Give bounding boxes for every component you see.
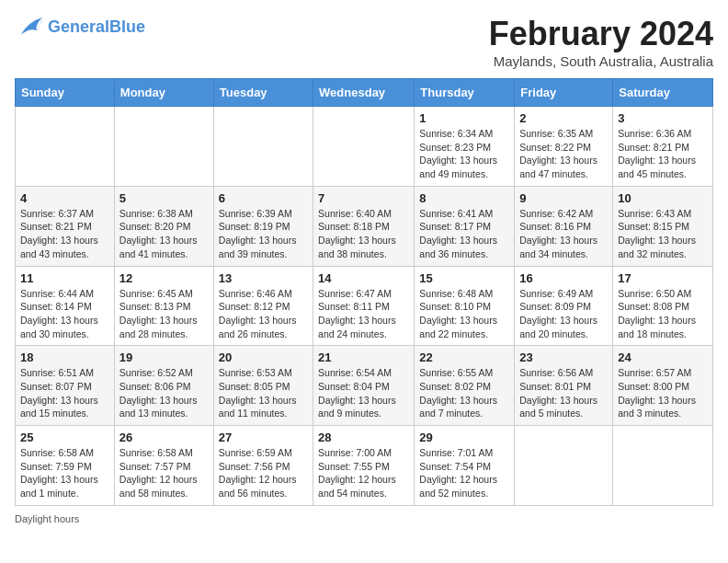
calendar-cell: 17Sunrise: 6:50 AM Sunset: 8:08 PM Dayli… (613, 266, 713, 346)
calendar-cell: 9Sunrise: 6:42 AM Sunset: 8:16 PM Daylig… (515, 186, 613, 266)
calendar-cell: 18Sunrise: 6:51 AM Sunset: 8:07 PM Dayli… (16, 346, 115, 426)
day-number: 11 (20, 271, 109, 285)
calendar-cell: 8Sunrise: 6:41 AM Sunset: 8:17 PM Daylig… (415, 186, 515, 266)
day-info: Sunrise: 6:59 AM Sunset: 7:56 PM Dayligh… (219, 446, 308, 500)
day-number: 28 (318, 431, 409, 444)
calendar-cell (16, 107, 115, 187)
day-number: 23 (519, 350, 608, 364)
page-header: GeneralBlue February 2024 Maylands, Sout… (15, 15, 713, 69)
calendar-cell: 22Sunrise: 6:55 AM Sunset: 8:02 PM Dayli… (415, 346, 515, 426)
day-info: Sunrise: 6:55 AM Sunset: 8:02 PM Dayligh… (419, 366, 509, 420)
day-info: Sunrise: 6:46 AM Sunset: 8:12 PM Dayligh… (219, 287, 308, 341)
calendar-cell: 7Sunrise: 6:40 AM Sunset: 8:18 PM Daylig… (313, 186, 415, 266)
day-number: 24 (618, 350, 708, 364)
calendar-cell: 4Sunrise: 6:37 AM Sunset: 8:21 PM Daylig… (16, 186, 115, 266)
calendar-cell: 2Sunrise: 6:35 AM Sunset: 8:22 PM Daylig… (515, 107, 613, 187)
calendar-cell: 14Sunrise: 6:47 AM Sunset: 8:11 PM Dayli… (313, 266, 415, 346)
calendar-week-1: 1Sunrise: 6:34 AM Sunset: 8:23 PM Daylig… (16, 107, 713, 187)
calendar-cell: 1Sunrise: 6:34 AM Sunset: 8:23 PM Daylig… (415, 107, 515, 187)
calendar-cell: 12Sunrise: 6:45 AM Sunset: 8:13 PM Dayli… (114, 266, 213, 346)
day-info: Sunrise: 6:56 AM Sunset: 8:01 PM Dayligh… (519, 366, 608, 420)
calendar-cell: 16Sunrise: 6:49 AM Sunset: 8:09 PM Dayli… (515, 266, 613, 346)
column-header-saturday: Saturday (613, 79, 713, 107)
day-number: 20 (219, 350, 308, 364)
column-header-monday: Monday (114, 79, 213, 107)
day-info: Sunrise: 6:58 AM Sunset: 7:59 PM Dayligh… (20, 446, 109, 500)
day-info: Sunrise: 6:42 AM Sunset: 8:16 PM Dayligh… (519, 207, 608, 261)
calendar-cell: 23Sunrise: 6:56 AM Sunset: 8:01 PM Dayli… (515, 346, 613, 426)
calendar-cell: 6Sunrise: 6:39 AM Sunset: 8:19 PM Daylig… (213, 186, 313, 266)
calendar-cell: 13Sunrise: 6:46 AM Sunset: 8:12 PM Dayli… (213, 266, 313, 346)
calendar-cell (213, 107, 313, 187)
day-info: Sunrise: 6:34 AM Sunset: 8:23 PM Dayligh… (419, 127, 509, 181)
day-number: 15 (419, 271, 509, 285)
calendar-cell (114, 107, 213, 187)
day-number: 19 (119, 350, 209, 364)
day-info: Sunrise: 7:00 AM Sunset: 7:55 PM Dayligh… (318, 446, 409, 500)
day-number: 7 (318, 191, 409, 205)
day-number: 9 (519, 191, 608, 205)
calendar-cell (515, 426, 613, 506)
day-info: Sunrise: 6:54 AM Sunset: 8:04 PM Dayligh… (318, 366, 409, 420)
calendar-table: SundayMondayTuesdayWednesdayThursdayFrid… (15, 78, 713, 506)
calendar-week-5: 25Sunrise: 6:58 AM Sunset: 7:59 PM Dayli… (16, 426, 713, 506)
calendar-cell: 26Sunrise: 6:58 AM Sunset: 7:57 PM Dayli… (114, 426, 213, 506)
day-info: Sunrise: 6:38 AM Sunset: 8:20 PM Dayligh… (119, 207, 209, 261)
day-info: Sunrise: 6:44 AM Sunset: 8:14 PM Dayligh… (20, 287, 109, 341)
calendar-cell: 27Sunrise: 6:59 AM Sunset: 7:56 PM Dayli… (213, 426, 313, 506)
day-info: Sunrise: 6:39 AM Sunset: 8:19 PM Dayligh… (219, 207, 308, 261)
calendar-cell: 28Sunrise: 7:00 AM Sunset: 7:55 PM Dayli… (313, 426, 415, 506)
day-number: 26 (119, 431, 209, 444)
calendar-cell: 19Sunrise: 6:52 AM Sunset: 8:06 PM Dayli… (114, 346, 213, 426)
day-number: 29 (419, 431, 509, 444)
day-info: Sunrise: 6:37 AM Sunset: 8:21 PM Dayligh… (20, 207, 109, 261)
day-number: 8 (419, 191, 509, 205)
calendar-cell (613, 426, 713, 506)
day-number: 13 (219, 271, 308, 285)
day-info: Sunrise: 6:57 AM Sunset: 8:00 PM Dayligh… (618, 366, 708, 420)
day-info: Sunrise: 6:53 AM Sunset: 8:05 PM Dayligh… (219, 366, 308, 420)
calendar-cell: 5Sunrise: 6:38 AM Sunset: 8:20 PM Daylig… (114, 186, 213, 266)
column-header-friday: Friday (515, 79, 613, 107)
title-area: February 2024 Maylands, South Australia,… (489, 15, 713, 69)
day-info: Sunrise: 6:41 AM Sunset: 8:17 PM Dayligh… (419, 207, 509, 261)
day-info: Sunrise: 7:01 AM Sunset: 7:54 PM Dayligh… (419, 446, 509, 500)
day-number: 25 (20, 431, 109, 444)
calendar-cell (313, 107, 415, 187)
column-header-wednesday: Wednesday (313, 79, 415, 107)
day-number: 14 (318, 271, 409, 285)
day-info: Sunrise: 6:45 AM Sunset: 8:13 PM Dayligh… (119, 287, 209, 341)
day-number: 22 (419, 350, 509, 364)
logo-text-line1: GeneralBlue (48, 18, 145, 37)
page-subtitle: Maylands, South Australia, Australia (489, 53, 713, 69)
calendar-cell: 21Sunrise: 6:54 AM Sunset: 8:04 PM Dayli… (313, 346, 415, 426)
day-number: 21 (318, 350, 409, 364)
column-header-sunday: Sunday (16, 79, 115, 107)
day-info: Sunrise: 6:52 AM Sunset: 8:06 PM Dayligh… (119, 366, 209, 420)
day-number: 12 (119, 271, 209, 285)
day-number: 2 (519, 111, 608, 125)
day-info: Sunrise: 6:50 AM Sunset: 8:08 PM Dayligh… (618, 287, 708, 341)
calendar-cell: 10Sunrise: 6:43 AM Sunset: 8:15 PM Dayli… (613, 186, 713, 266)
day-info: Sunrise: 6:36 AM Sunset: 8:21 PM Dayligh… (618, 127, 708, 181)
calendar-cell: 24Sunrise: 6:57 AM Sunset: 8:00 PM Dayli… (613, 346, 713, 426)
calendar-week-3: 11Sunrise: 6:44 AM Sunset: 8:14 PM Dayli… (16, 266, 713, 346)
page-title: February 2024 (489, 15, 713, 53)
day-info: Sunrise: 6:49 AM Sunset: 8:09 PM Dayligh… (519, 287, 608, 341)
calendar-cell: 3Sunrise: 6:36 AM Sunset: 8:21 PM Daylig… (613, 107, 713, 187)
footer-note: Daylight hours (15, 513, 713, 524)
calendar-cell: 20Sunrise: 6:53 AM Sunset: 8:05 PM Dayli… (213, 346, 313, 426)
calendar-week-2: 4Sunrise: 6:37 AM Sunset: 8:21 PM Daylig… (16, 186, 713, 266)
day-info: Sunrise: 6:40 AM Sunset: 8:18 PM Dayligh… (318, 207, 409, 261)
day-info: Sunrise: 6:47 AM Sunset: 8:11 PM Dayligh… (318, 287, 409, 341)
logo: GeneralBlue (15, 15, 145, 40)
day-number: 18 (20, 350, 109, 364)
logo-icon (15, 15, 44, 40)
day-number: 6 (219, 191, 308, 205)
day-info: Sunrise: 6:35 AM Sunset: 8:22 PM Dayligh… (519, 127, 608, 181)
calendar-cell: 15Sunrise: 6:48 AM Sunset: 8:10 PM Dayli… (415, 266, 515, 346)
day-info: Sunrise: 6:58 AM Sunset: 7:57 PM Dayligh… (119, 446, 209, 500)
day-number: 5 (119, 191, 209, 205)
day-number: 1 (419, 111, 509, 125)
day-number: 16 (519, 271, 608, 285)
